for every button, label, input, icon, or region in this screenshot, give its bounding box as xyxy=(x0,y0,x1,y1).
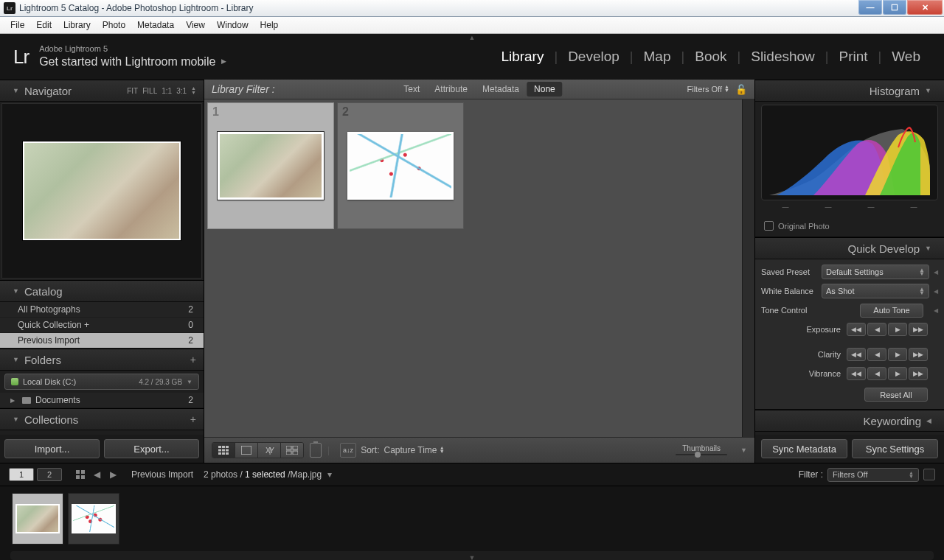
volume-browser-drive[interactable]: Local Disk (C:) 4.2 / 29.3 GB ▼ xyxy=(4,374,199,390)
catalog-row-all-photographs[interactable]: All Photographs 2 xyxy=(0,302,204,318)
nav-zoom-fill[interactable]: FILL xyxy=(142,87,157,95)
collapse-icon[interactable]: ▼ xyxy=(13,287,19,295)
step-large-decrease[interactable]: ◀◀ xyxy=(847,323,866,336)
filmstrip-filter-dropdown[interactable]: Filters Off▲▼ xyxy=(827,468,919,482)
reset-all-button[interactable]: Reset All xyxy=(864,388,928,402)
white-balance-dropdown[interactable]: As Shot▲▼ xyxy=(822,284,929,298)
nav-zoom-3to1[interactable]: 3:1 xyxy=(176,87,187,95)
main-display-button[interactable]: 1 xyxy=(9,468,34,481)
collapse-icon[interactable]: ▼ xyxy=(13,87,19,94)
module-print[interactable]: Print xyxy=(829,49,878,65)
step-large-increase[interactable]: ▶▶ xyxy=(909,348,928,361)
collapse-icon[interactable]: ▼ xyxy=(925,245,931,252)
step-increase[interactable]: ▶ xyxy=(888,348,907,361)
quick-develop-panel-header[interactable]: Quick Develop ▼ xyxy=(755,237,944,259)
collapse-icon[interactable]: ▼ xyxy=(925,87,931,94)
filter-switch[interactable] xyxy=(923,469,935,480)
breadcrumb-source[interactable]: Previous Import xyxy=(131,469,193,480)
reveal-top-panel-icon[interactable]: ▲ xyxy=(469,34,476,41)
module-web[interactable]: Web xyxy=(881,49,931,65)
expand-section-icon[interactable]: ◀ xyxy=(934,288,938,295)
step-large-increase[interactable]: ▶▶ xyxy=(909,367,928,380)
navigator-preview[interactable] xyxy=(1,103,202,279)
keywording-panel-header[interactable]: Keywording ◀ xyxy=(755,410,944,432)
filter-tab-text[interactable]: Text xyxy=(396,82,427,97)
step-decrease[interactable]: ◀ xyxy=(867,348,886,361)
survey-view-icon[interactable] xyxy=(281,443,303,458)
painter-tool-icon[interactable] xyxy=(310,443,322,458)
sync-settings-button[interactable]: Sync Settings xyxy=(852,439,938,458)
add-folder-icon[interactable]: + xyxy=(190,354,196,365)
go-forward-icon[interactable]: ▶ xyxy=(107,469,119,480)
menu-view[interactable]: View xyxy=(180,18,211,32)
filter-tab-metadata[interactable]: Metadata xyxy=(475,82,527,97)
nav-zoom-1to1[interactable]: 1:1 xyxy=(162,87,172,95)
saved-preset-dropdown[interactable]: Default Settings▲▼ xyxy=(822,265,929,279)
grid-cell[interactable]: 1 xyxy=(207,102,334,229)
sync-metadata-button[interactable]: Sync Metadata xyxy=(761,439,847,458)
nav-zoom-more-icon[interactable]: ▲▼ xyxy=(191,86,196,95)
original-photo-checkbox[interactable] xyxy=(764,221,774,231)
sort-direction-icon[interactable]: a↓z xyxy=(340,443,356,458)
window-minimize-button[interactable]: — xyxy=(858,0,882,15)
filmstrip-cell[interactable] xyxy=(68,493,119,545)
menu-window[interactable]: Window xyxy=(211,18,254,32)
grid-shortcut-icon[interactable] xyxy=(74,469,86,480)
menu-metadata[interactable]: Metadata xyxy=(131,18,180,32)
module-develop[interactable]: Develop xyxy=(558,49,630,65)
step-increase[interactable]: ▶ xyxy=(888,367,907,380)
lightroom-mobile-link[interactable]: Get started with Lightroom mobile▶ xyxy=(39,55,226,70)
sort-dropdown[interactable]: Capture Time ▲▼ xyxy=(384,445,444,455)
catalog-row-previous-import[interactable]: Previous Import 2 xyxy=(0,333,204,349)
folders-panel-header[interactable]: ▼ Folders + xyxy=(0,349,204,371)
filmstrip-cell[interactable] xyxy=(12,493,63,545)
filter-lock-icon[interactable]: 🔓 xyxy=(735,84,747,95)
catalog-row-quick-collection[interactable]: Quick Collection + 0 xyxy=(0,318,204,333)
histogram-panel-header[interactable]: Histogram ▼ xyxy=(755,80,944,102)
module-slideshow[interactable]: Slideshow xyxy=(740,49,825,65)
reveal-bottom-panel-icon[interactable]: ▼ xyxy=(469,554,476,560)
expand-icon[interactable]: ◀ xyxy=(926,417,931,424)
collapse-icon[interactable]: ▼ xyxy=(13,356,19,363)
compare-view-icon[interactable]: X|Y xyxy=(258,443,281,458)
go-back-icon[interactable]: ◀ xyxy=(91,469,103,480)
filter-tab-none[interactable]: None xyxy=(527,82,563,97)
thumbnail-size-slider[interactable] xyxy=(676,452,727,457)
step-increase[interactable]: ▶ xyxy=(888,323,907,336)
catalog-panel-header[interactable]: ▼ Catalog xyxy=(0,280,204,302)
loupe-view-icon[interactable] xyxy=(235,443,258,458)
nav-zoom-fit[interactable]: FIT xyxy=(127,87,138,95)
auto-tone-button[interactable]: Auto Tone xyxy=(860,304,923,318)
export-button[interactable]: Export... xyxy=(104,439,199,458)
import-button[interactable]: Import... xyxy=(4,439,100,458)
step-large-increase[interactable]: ▶▶ xyxy=(909,323,928,336)
grid-cell[interactable]: 2 xyxy=(337,102,464,229)
step-large-decrease[interactable]: ◀◀ xyxy=(847,367,866,380)
menu-library[interactable]: Library xyxy=(58,18,97,32)
menu-help[interactable]: Help xyxy=(254,18,285,32)
module-library[interactable]: Library xyxy=(490,49,554,65)
expand-folder-icon[interactable]: ▶ xyxy=(10,397,15,404)
add-collection-icon[interactable]: + xyxy=(190,413,196,425)
menu-photo[interactable]: Photo xyxy=(97,18,131,32)
navigator-panel-header[interactable]: ▼ Navigator FIT FILL 1:1 3:1 ▲▼ xyxy=(0,80,204,102)
grid-view-icon[interactable] xyxy=(212,443,235,458)
step-decrease[interactable]: ◀ xyxy=(867,367,886,380)
filter-tab-attribute[interactable]: Attribute xyxy=(427,82,475,97)
module-map[interactable]: Map xyxy=(634,49,681,65)
library-grid[interactable]: 1 2 xyxy=(204,99,754,437)
grid-scrollbar[interactable] xyxy=(742,99,754,437)
folder-row-documents[interactable]: ▶ Documents 2 xyxy=(0,393,204,408)
filmstrip-row[interactable] xyxy=(0,486,944,551)
menu-edit[interactable]: Edit xyxy=(30,18,58,32)
chevron-down-icon[interactable]: ▼ xyxy=(187,379,192,385)
step-decrease[interactable]: ◀ xyxy=(867,323,886,336)
collapse-icon[interactable]: ▼ xyxy=(13,416,19,423)
window-maximize-button[interactable]: ☐ xyxy=(883,0,906,15)
module-book[interactable]: Book xyxy=(684,49,737,65)
expand-section-icon[interactable]: ◀ xyxy=(934,307,938,314)
collections-panel-header[interactable]: ▼ Collections + xyxy=(0,408,204,430)
breadcrumb-dropdown-icon[interactable]: ▾ xyxy=(327,469,332,480)
step-large-decrease[interactable]: ◀◀ xyxy=(847,348,866,361)
expand-section-icon[interactable]: ◀ xyxy=(934,269,938,276)
